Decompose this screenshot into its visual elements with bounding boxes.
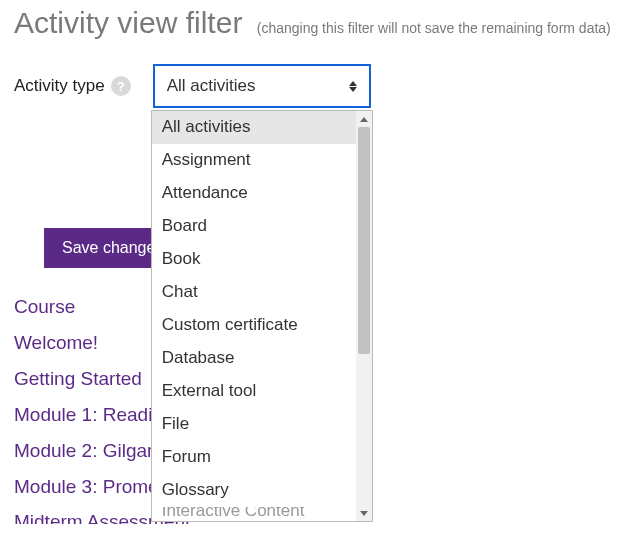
- scroll-thumb[interactable]: [358, 127, 370, 354]
- dropdown-option[interactable]: Custom certificate: [152, 309, 356, 342]
- activity-type-dropdown: All activities Assignment Attendance Boa…: [151, 110, 373, 522]
- scroll-down-icon[interactable]: [356, 505, 372, 521]
- activity-type-select-wrap: All activities All activities Assignment…: [153, 64, 371, 108]
- help-icon[interactable]: ?: [111, 76, 131, 96]
- dropdown-option[interactable]: File: [152, 408, 356, 441]
- dropdown-option[interactable]: Database: [152, 342, 356, 375]
- dropdown-option[interactable]: Assignment: [152, 144, 356, 177]
- dropdown-option[interactable]: Glossary: [152, 474, 356, 507]
- select-current-value: All activities: [167, 76, 256, 96]
- heading-title: Activity view filter: [14, 6, 242, 39]
- dropdown-option[interactable]: Attendance: [152, 177, 356, 210]
- activity-type-field: Activity type ? All activities All activ…: [14, 64, 626, 108]
- activity-type-label: Activity type: [14, 76, 105, 96]
- heading-subtitle: (changing this filter will not save the …: [257, 20, 611, 36]
- scroll-up-icon[interactable]: [356, 111, 372, 127]
- select-caret-icon: [349, 81, 357, 92]
- dropdown-option[interactable]: Chat: [152, 276, 356, 309]
- dropdown-option[interactable]: All activities: [152, 111, 356, 144]
- dropdown-option[interactable]: Interactive Content: [152, 507, 356, 521]
- activity-type-select[interactable]: All activities: [153, 64, 371, 108]
- dropdown-list: All activities Assignment Attendance Boa…: [152, 111, 356, 521]
- dropdown-option[interactable]: Book: [152, 243, 356, 276]
- page-heading: Activity view filter (changing this filt…: [14, 6, 626, 40]
- scroll-track[interactable]: [356, 127, 372, 505]
- dropdown-option[interactable]: Forum: [152, 441, 356, 474]
- dropdown-scrollbar[interactable]: [356, 111, 372, 521]
- dropdown-option[interactable]: External tool: [152, 375, 356, 408]
- dropdown-option[interactable]: Board: [152, 210, 356, 243]
